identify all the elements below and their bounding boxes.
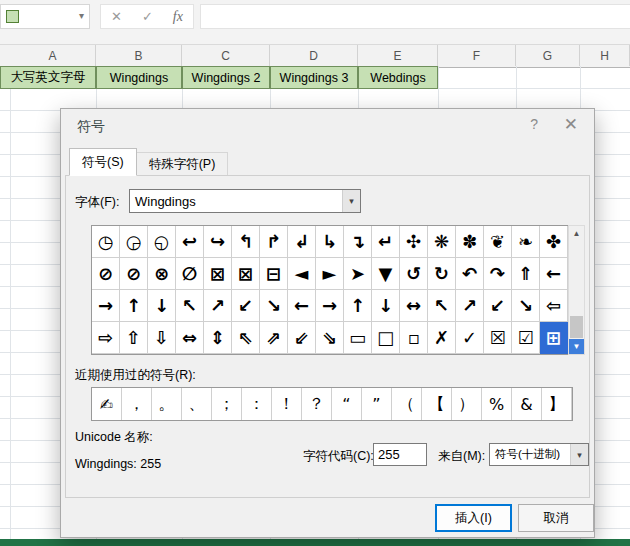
close-icon[interactable]: ✕ (564, 114, 578, 135)
name-box-dropdown-icon[interactable]: ▾ (79, 10, 84, 21)
symbol-cell[interactable]: ↳ (316, 226, 344, 258)
symbol-cell[interactable]: ⇑ (512, 258, 540, 290)
recent-symbol-cell[interactable]: （ (392, 388, 422, 420)
column-header-A[interactable]: A (10, 45, 96, 66)
symbol-cell[interactable]: ∅ (176, 258, 204, 290)
formula-enter-icon[interactable]: ✓ (142, 10, 153, 23)
symbol-cell[interactable]: ❋ (428, 226, 456, 258)
symbol-cell[interactable]: □ (372, 322, 400, 354)
symbol-cell[interactable]: ⊘ (92, 258, 120, 290)
symbol-cell[interactable]: ↴ (344, 226, 372, 258)
symbol-cell[interactable]: ↖ (176, 290, 204, 322)
symbol-cell[interactable]: ← (288, 290, 316, 322)
column-header-D[interactable]: D (270, 45, 358, 66)
symbol-cell[interactable]: ⇦ (540, 290, 568, 322)
symbol-cell[interactable]: ↱ (260, 226, 288, 258)
symbol-cell[interactable]: ↩ (176, 226, 204, 258)
symbol-cell[interactable]: ↰ (232, 226, 260, 258)
from-combobox[interactable]: 符号(十进制) ▾ (489, 443, 589, 466)
name-box[interactable]: ▾ (0, 4, 90, 29)
column-header-G[interactable]: G (516, 45, 580, 66)
symbol-cell[interactable]: ⊞ (540, 322, 568, 354)
column-header-C[interactable]: C (182, 45, 270, 66)
symbol-cell[interactable]: ✓ (456, 322, 484, 354)
tab-special-characters[interactable]: 特殊字符(P) (136, 152, 229, 176)
recent-symbol-cell[interactable]: 、 (182, 388, 212, 420)
scrollbar-thumb[interactable] (570, 316, 583, 338)
symbol-cell[interactable]: ↪ (204, 226, 232, 258)
chevron-down-icon[interactable]: ▾ (570, 444, 588, 465)
symbol-cell[interactable]: ↓ (372, 290, 400, 322)
symbol-cell[interactable]: ⊠ (204, 258, 232, 290)
cell-C1[interactable]: Wingdings 2 (182, 66, 270, 89)
symbol-cell[interactable]: ↑ (344, 290, 372, 322)
column-header-F[interactable]: F (438, 45, 516, 66)
symbol-cell[interactable]: ❦ (484, 226, 512, 258)
scroll-down-icon[interactable]: ▼ (569, 339, 584, 354)
symbol-cell[interactable]: ↔ (400, 290, 428, 322)
symbol-cell[interactable]: ← (540, 258, 568, 290)
recent-symbol-cell[interactable]: 】 (542, 388, 572, 420)
symbol-cell[interactable]: ⇧ (120, 322, 148, 354)
symbol-cell[interactable]: ↖ (428, 290, 456, 322)
symbol-cell[interactable]: ▫ (400, 322, 428, 354)
recent-symbol-cell[interactable]: ； (212, 388, 242, 420)
symbol-cell[interactable]: ❧ (512, 226, 540, 258)
cancel-button[interactable]: 取消 (518, 504, 594, 532)
symbol-grid-scrollbar[interactable]: ▲ ▼ (568, 225, 585, 355)
insert-function-icon[interactable]: fx (173, 10, 183, 24)
symbol-cell[interactable]: ↙ (484, 290, 512, 322)
symbol-cell[interactable]: ⊘ (120, 258, 148, 290)
recent-symbol-cell[interactable]: ： (242, 388, 272, 420)
symbol-cell[interactable]: ✗ (428, 322, 456, 354)
symbol-cell[interactable]: ↲ (288, 226, 316, 258)
symbol-cell[interactable]: ⊗ (148, 258, 176, 290)
symbol-cell[interactable]: ⇙ (288, 322, 316, 354)
symbol-cell[interactable]: ◵ (148, 226, 176, 258)
symbol-cell[interactable]: ▭ (344, 322, 372, 354)
recent-symbol-cell[interactable]: ！ (272, 388, 302, 420)
recent-symbol-cell[interactable]: “ (332, 388, 362, 420)
symbol-cell[interactable]: ◄ (288, 258, 316, 290)
symbol-cell[interactable]: ◷ (92, 226, 120, 258)
symbol-cell[interactable]: ↘ (512, 290, 540, 322)
symbol-cell[interactable]: ↑ (120, 290, 148, 322)
symbol-cell[interactable]: ⇗ (260, 322, 288, 354)
symbol-cell[interactable]: ▼ (372, 258, 400, 290)
recent-symbol-cell[interactable]: ？ (302, 388, 332, 420)
symbol-cell[interactable]: ⊟ (260, 258, 288, 290)
symbol-cell[interactable]: ↗ (456, 290, 484, 322)
symbol-cell[interactable]: ↶ (456, 258, 484, 290)
symbol-cell[interactable]: ↵ (372, 226, 400, 258)
symbol-cell[interactable]: ⇕ (204, 322, 232, 354)
char-code-input[interactable] (373, 443, 427, 466)
symbol-cell[interactable]: ☒ (484, 322, 512, 354)
help-icon[interactable]: ? (530, 116, 538, 132)
recent-symbol-cell[interactable]: ” (362, 388, 392, 420)
symbol-cell[interactable]: ► (316, 258, 344, 290)
symbol-cell[interactable]: ↷ (484, 258, 512, 290)
tab-symbols[interactable]: 符号(S) (69, 148, 137, 176)
chevron-down-icon[interactable]: ▾ (342, 190, 360, 212)
symbol-cell[interactable]: ↗ (204, 290, 232, 322)
recent-symbol-cell[interactable]: ） (452, 388, 482, 420)
symbol-cell[interactable]: ⇘ (316, 322, 344, 354)
recent-symbol-cell[interactable]: 。 (152, 388, 182, 420)
symbol-cell[interactable]: → (92, 290, 120, 322)
symbol-cell[interactable]: ✤ (540, 226, 568, 258)
recent-symbol-cell[interactable]: ， (122, 388, 152, 420)
cell-D1[interactable]: Wingdings 3 (270, 66, 358, 89)
symbol-cell[interactable]: → (316, 290, 344, 322)
symbol-cell[interactable]: ◶ (120, 226, 148, 258)
cell-E1[interactable]: Webdings (358, 66, 438, 89)
formula-cancel-icon[interactable]: ✕ (111, 10, 122, 23)
symbol-cell[interactable]: ⇔ (176, 322, 204, 354)
symbol-cell[interactable]: ☑ (512, 322, 540, 354)
symbol-cell[interactable]: ↺ (400, 258, 428, 290)
symbol-cell[interactable]: ➤ (344, 258, 372, 290)
symbol-cell[interactable]: ⇖ (232, 322, 260, 354)
symbol-cell[interactable]: ✣ (400, 226, 428, 258)
column-header-H[interactable]: H (580, 45, 630, 66)
symbol-cell[interactable]: ↙ (232, 290, 260, 322)
recent-symbol-cell[interactable]: & (512, 388, 542, 420)
